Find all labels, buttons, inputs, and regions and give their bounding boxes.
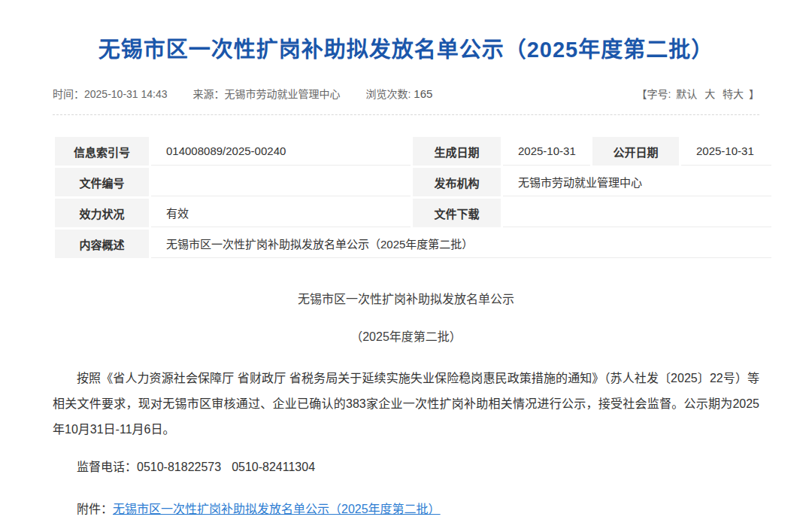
table-row: 内容概述 无锡市区一次性扩岗补助拟发放名单公示（2025年度第二批） (55, 230, 771, 258)
table-row: 信息索引号 014008089/2025-00240 生成日期 2025-10-… (55, 137, 771, 166)
fontsize-xlarge-button[interactable]: 特大 (723, 88, 744, 100)
phone-number-1: 0510-81822573 (137, 461, 221, 473)
article-heading: 无锡市区一次性扩岗补助拟发放名单公示 (53, 289, 759, 307)
page-container: 无锡市区一次性扩岗补助拟发放名单公示（2025年度第二批） 时间：2025-10… (53, 32, 759, 522)
table-row: 效力状况 有效 文件下载 (55, 199, 771, 227)
fontsize-prefix: 【字号: (637, 88, 671, 100)
attachment-line: 附件：无锡市区一次性扩岗补助拟发放名单公示（2025年度第二批） (53, 497, 759, 522)
meta-source-value: 无锡市劳动就业管理中心 (225, 88, 341, 100)
meta-time-value: 2025-10-31 14:43 (84, 88, 168, 100)
page-title: 无锡市区一次性扩岗补助拟发放名单公示（2025年度第二批） (53, 32, 759, 63)
table-row: 文件编号 发布机构 无锡市劳动就业管理中心 (55, 168, 771, 196)
meta-views: 浏览次数: 165 (366, 86, 433, 101)
attachment-label: 附件： (77, 503, 113, 515)
pub-date-value: 2025-10-31 (681, 137, 771, 166)
meta-info: 时间：2025-10-31 14:43 来源：无锡市劳动就业管理中心 浏览次数:… (53, 86, 458, 101)
phone-label: 监督电话： (77, 461, 137, 473)
fontsize-large-button[interactable]: 大 (704, 88, 715, 100)
doc-number-label: 文件编号 (55, 168, 149, 196)
summary-label: 内容概述 (55, 230, 149, 258)
validity-label: 效力状况 (55, 199, 149, 227)
meta-source-label: 来源： (193, 88, 225, 100)
meta-source: 来源：无锡市劳动就业管理中心 (193, 86, 341, 101)
article-subheading: （2025年度第二批） (53, 327, 759, 345)
article-paragraph: 按照《省人力资源社会保障厅 省财政厅 省税务局关于延续实施失业保险稳岗惠民政策措… (53, 366, 759, 442)
validity-value: 有效 (151, 199, 411, 227)
gen-date-label: 生成日期 (413, 137, 501, 166)
issuer-label: 发布机构 (413, 168, 501, 196)
fontsize-control: 【字号: 默认 大 特大 】 (637, 86, 759, 101)
pub-date-label: 公开日期 (592, 137, 679, 166)
download-label: 文件下载 (413, 199, 501, 227)
meta-views-label: 浏览次数: (366, 88, 411, 100)
meta-time-label: 时间： (53, 88, 84, 100)
phone-number-2: 0510-82411304 (232, 461, 315, 473)
download-value (503, 199, 771, 227)
article-body: 无锡市区一次性扩岗补助拟发放名单公示 （2025年度第二批） 按照《省人力资源社… (53, 289, 759, 522)
info-index-label: 信息索引号 (55, 137, 149, 166)
doc-number-value (151, 168, 411, 196)
info-index-value: 014008089/2025-00240 (151, 137, 411, 166)
meta-views-value: 165 (414, 87, 432, 100)
gen-date-value: 2025-10-31 (503, 137, 590, 166)
meta-bar: 时间：2025-10-31 14:43 来源：无锡市劳动就业管理中心 浏览次数:… (53, 86, 759, 115)
attachment-link[interactable]: 无锡市区一次性扩岗补助拟发放名单公示（2025年度第二批） (113, 503, 441, 515)
meta-time: 时间：2025-10-31 14:43 (53, 86, 168, 101)
issuer-value: 无锡市劳动就业管理中心 (503, 168, 771, 196)
summary-value: 无锡市区一次性扩岗补助拟发放名单公示（2025年度第二批） (151, 230, 771, 258)
fontsize-suffix: 】 (749, 88, 759, 100)
supervision-phone-line: 监督电话：0510-818225730510-82411304 (53, 455, 759, 480)
fontsize-default-button[interactable]: 默认 (676, 88, 697, 100)
document-info-table: 信息索引号 014008089/2025-00240 生成日期 2025-10-… (53, 135, 774, 260)
